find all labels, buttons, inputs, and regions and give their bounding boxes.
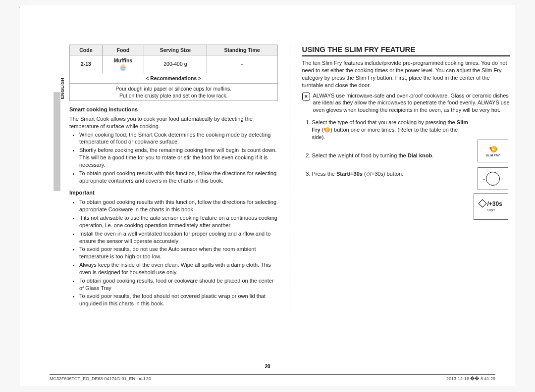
print-footer: MC32F606TCT_EO_DE68-04174G-01_EN.indd 20…	[50, 374, 495, 381]
recommendations-header: < Recommendations >	[70, 73, 278, 83]
food-table: Code Food Serving Size Standing Time 2-1…	[69, 45, 278, 101]
muffin-icon: 🧁	[119, 64, 127, 70]
important-heading: Important	[69, 189, 278, 196]
list-item: To obtain good cooking results with this…	[79, 170, 278, 185]
slim-fry-icon: 🍤	[489, 145, 497, 154]
step-text: Select the weight of food by turning the	[312, 152, 408, 158]
step-1: Select the type of food that you are coo…	[312, 119, 511, 141]
footer-timestamp: 2013-12-16 �� 8:41:29	[446, 376, 495, 381]
step-text: (🍤) button one or more times. (Refer to …	[312, 127, 458, 140]
start-sub-label: Start	[487, 208, 495, 212]
list-item: It its not advisable to use the auto sen…	[79, 214, 278, 229]
step-bold: Dial knob	[408, 152, 432, 158]
warning-text: ALWAYS use microwave-safe and oven-proof…	[313, 92, 511, 114]
slim-fry-intro: The ten Slim Fry features include/provid…	[302, 59, 511, 89]
list-item: To avoid poor results, do not use the Au…	[79, 245, 278, 260]
step-text: .	[432, 152, 433, 158]
list-item: Install the oven in a well ventilated lo…	[79, 230, 278, 245]
dial-icon: − +	[486, 172, 500, 186]
list-item: Shortly before cooking ends, the remaini…	[79, 147, 278, 169]
right-column: USING THE SLIM FRY FEATURE The ten Slim …	[302, 45, 511, 310]
page-content: ENGLISH Code Food Serving Size Standing …	[69, 45, 510, 310]
th-time: Standing Time	[207, 45, 277, 55]
left-column: ENGLISH Code Food Serving Size Standing …	[69, 45, 278, 310]
step-text: (◇/+30s) button.	[363, 171, 403, 177]
th-food: Food	[102, 45, 144, 55]
cell-food: Muffins 🧁	[102, 55, 144, 73]
start-30s-label: +30s	[489, 200, 502, 207]
warning-icon: ✕	[302, 93, 310, 100]
table-header-row: Code Food Serving Size Standing Time	[70, 45, 278, 55]
start-diamond-icon	[479, 199, 487, 208]
cell-time: -	[207, 55, 277, 73]
smart-cooking-heading: Smart cooking instuctions	[69, 106, 278, 113]
cell-code: 2-13	[70, 55, 103, 73]
smart-cooking-intro: The Smart Cook allows you to cook your f…	[69, 115, 278, 130]
recommendations-body: Pour dough into paper or silicone cups f…	[70, 83, 278, 100]
smart-cooking-list: When cooking food, the Smart Cook determ…	[69, 131, 278, 185]
page-number: 20	[20, 364, 515, 369]
language-tab	[54, 92, 60, 191]
dial-knob-illustration: − +	[478, 167, 508, 190]
slim-fry-label: SLIM FRY	[486, 153, 500, 157]
slim-fry-button-illustration: 🍤 SLIM FRY	[478, 140, 508, 162]
column-divider	[290, 45, 290, 310]
important-list: To obtain good cooking results with this…	[69, 198, 278, 307]
footer-filename: MC32F606TCT_EO_DE68-04174G-01_EN.indd 20	[50, 376, 151, 381]
table-row: 2-13 Muffins 🧁 200-400 g -	[70, 55, 278, 73]
step-text: Press the	[312, 171, 337, 177]
minus-icon: −	[482, 176, 485, 182]
th-size: Serving Size	[144, 45, 207, 55]
warning-block: ✕ ALWAYS use microwave-safe and oven-pro…	[302, 92, 511, 114]
manual-page: ENGLISH Code Food Serving Size Standing …	[20, 5, 515, 386]
cell-food-text: Muffins	[114, 57, 132, 63]
list-item: To obtain good cooking results with this…	[79, 198, 278, 213]
slim-fry-title: USING THE SLIM FRY FEATURE	[302, 45, 511, 56]
list-item: To avoid poor results, the food should n…	[79, 293, 278, 307]
table-row: Pour dough into paper or silicone cups f…	[70, 83, 278, 100]
list-item: To obtain good cooking results, food or …	[79, 277, 278, 292]
th-code: Code	[70, 45, 103, 55]
list-item: When cooking food, the Smart Cook determ…	[79, 131, 278, 146]
plus-icon: +	[501, 176, 503, 182]
step-bold: Start/+30s	[336, 171, 363, 177]
step-text: Select the type of food that you are coo…	[312, 119, 457, 125]
table-row: < Recommendations >	[70, 73, 278, 83]
language-label: ENGLISH	[59, 77, 65, 99]
start-button-illustration: /+30s Start	[474, 193, 508, 220]
list-item: Always keep the inside of the oven clean…	[79, 261, 278, 276]
cell-size: 200-400 g	[144, 55, 207, 73]
